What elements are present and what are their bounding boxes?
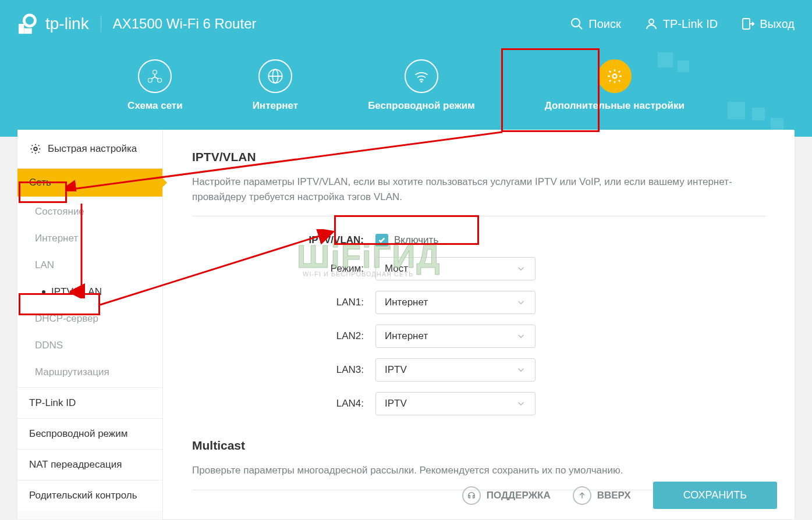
sidebar-sub-iptv[interactable]: IPTV/VLAN xyxy=(17,279,162,305)
user-icon xyxy=(644,17,658,31)
divider xyxy=(101,16,101,32)
sidebar-network[interactable]: Сеть xyxy=(17,169,162,197)
svg-rect-5 xyxy=(728,102,745,119)
lan2-label: LAN2: xyxy=(192,330,375,342)
tab-wireless[interactable]: Беспроводной режим xyxy=(356,54,487,117)
save-button[interactable]: СОХРАНИТЬ xyxy=(653,482,777,509)
svg-rect-14 xyxy=(743,19,750,29)
header: tp-link AX1500 Wi-Fi 6 Router Поиск TP-L… xyxy=(0,0,812,137)
section-title: IPTV/VLAN xyxy=(192,150,765,164)
section-desc: Настройте параметры IPTV/VLAN, если вы х… xyxy=(192,174,765,216)
lan4-value: IPTV xyxy=(385,398,407,409)
sidebar-parental[interactable]: Родительский контроль xyxy=(17,480,162,511)
check-icon xyxy=(378,236,386,244)
mode-label: Режим: xyxy=(192,263,375,275)
footer-bar: ПОДДЕРЖКА ВВЕРХ СОХРАНИТЬ xyxy=(163,482,795,519)
svg-point-21 xyxy=(421,81,422,82)
tab-label: Интернет xyxy=(253,100,298,112)
support-link[interactable]: ПОДДЕРЖКА xyxy=(462,486,551,505)
enable-checkbox[interactable] xyxy=(375,234,388,247)
enable-label: IPTV/VLAN: xyxy=(192,234,375,246)
svg-point-13 xyxy=(649,19,654,24)
sidebar-sub-lan[interactable]: LAN xyxy=(17,252,162,279)
tab-label: Дополнительные настройки xyxy=(545,100,685,112)
tplink-icon xyxy=(17,13,40,35)
lan1-value: Интернет xyxy=(385,297,428,308)
search-link[interactable]: Поиск xyxy=(570,17,620,31)
headset-icon xyxy=(462,486,481,505)
logout-link[interactable]: Выход xyxy=(741,17,795,31)
tplink-id-label: TP-Link ID xyxy=(663,17,718,31)
lan1-select[interactable]: Интернет xyxy=(375,291,536,314)
svg-rect-9 xyxy=(19,24,24,34)
sidebar-sub-dhcp[interactable]: DHCP-сервер xyxy=(17,305,162,332)
sidebar-nat[interactable]: NAT переадресация xyxy=(17,449,162,480)
svg-rect-6 xyxy=(752,108,765,120)
tplink-id-link[interactable]: TP-Link ID xyxy=(644,17,718,31)
search-label: Поиск xyxy=(588,17,620,31)
chevron-down-icon xyxy=(516,398,526,409)
lan4-label: LAN4: xyxy=(192,398,375,409)
model-name: AX1500 Wi-Fi 6 Router xyxy=(113,16,257,32)
tab-network-map[interactable]: Схема сети xyxy=(116,54,194,117)
chevron-down-icon xyxy=(516,331,526,341)
sidebar: Быстрая настройка Сеть Состояние Интерне… xyxy=(17,130,163,519)
svg-rect-3 xyxy=(658,52,673,67)
support-label: ПОДДЕРЖКА xyxy=(487,490,551,501)
chevron-down-icon xyxy=(516,263,526,274)
chevron-down-icon xyxy=(516,297,526,308)
tab-label: Беспроводной режим xyxy=(368,100,475,112)
brand-text: tp-link xyxy=(45,15,89,33)
logout-icon xyxy=(741,17,755,31)
up-label: ВВЕРХ xyxy=(597,490,631,501)
mode-value: Мост xyxy=(385,263,408,275)
gear-icon xyxy=(29,143,42,155)
gear-icon xyxy=(598,59,632,93)
network-label: Сеть xyxy=(29,177,51,188)
sidebar-sub-routing[interactable]: Маршрутизация xyxy=(17,359,162,387)
main-content: IPTV/VLAN Настройте параметры IPTV/VLAN,… xyxy=(163,130,795,519)
sidebar-sub-internet[interactable]: Интернет xyxy=(17,225,162,252)
sidebar-quick-setup[interactable]: Быстрая настройка xyxy=(17,130,162,169)
arrow-up-icon xyxy=(573,486,591,505)
search-icon xyxy=(570,17,584,31)
lan2-value: Интернет xyxy=(385,330,428,342)
globe-icon xyxy=(258,59,292,93)
lan1-label: LAN1: xyxy=(192,297,375,308)
svg-rect-10 xyxy=(24,29,31,34)
mode-select[interactable]: Мост xyxy=(375,257,536,280)
quick-setup-label: Быстрая настройка xyxy=(48,143,137,155)
brand-logo: tp-link xyxy=(17,13,89,35)
svg-rect-7 xyxy=(771,118,783,131)
enable-text: Включить xyxy=(394,234,438,246)
svg-point-8 xyxy=(24,15,35,26)
tab-internet[interactable]: Интернет xyxy=(241,54,310,117)
sidebar-wireless[interactable]: Беспроводной режим xyxy=(17,418,162,449)
lan2-select[interactable]: Интернет xyxy=(375,325,536,348)
tab-label: Схема сети xyxy=(127,100,183,112)
svg-point-22 xyxy=(612,74,616,79)
lan3-value: IPTV xyxy=(385,364,407,376)
lan4-select[interactable]: IPTV xyxy=(375,392,536,415)
svg-point-23 xyxy=(34,147,37,151)
chevron-down-icon xyxy=(516,365,526,375)
lan3-label: LAN3: xyxy=(192,364,375,376)
sidebar-tplink-id[interactable]: TP-Link ID xyxy=(17,387,162,418)
lan3-select[interactable]: IPTV xyxy=(375,358,536,382)
sidebar-sub-ddns[interactable]: DDNS xyxy=(17,332,162,359)
network-map-icon xyxy=(138,59,172,93)
wifi-icon xyxy=(405,59,438,93)
multicast-title: Multicast xyxy=(192,439,765,453)
svg-rect-4 xyxy=(678,60,689,72)
up-link[interactable]: ВВЕРХ xyxy=(573,486,631,505)
svg-point-11 xyxy=(572,19,580,27)
sidebar-sub-status[interactable]: Состояние xyxy=(17,197,162,225)
svg-point-15 xyxy=(153,70,157,74)
svg-line-12 xyxy=(579,26,582,29)
logout-label: Выход xyxy=(760,17,795,31)
